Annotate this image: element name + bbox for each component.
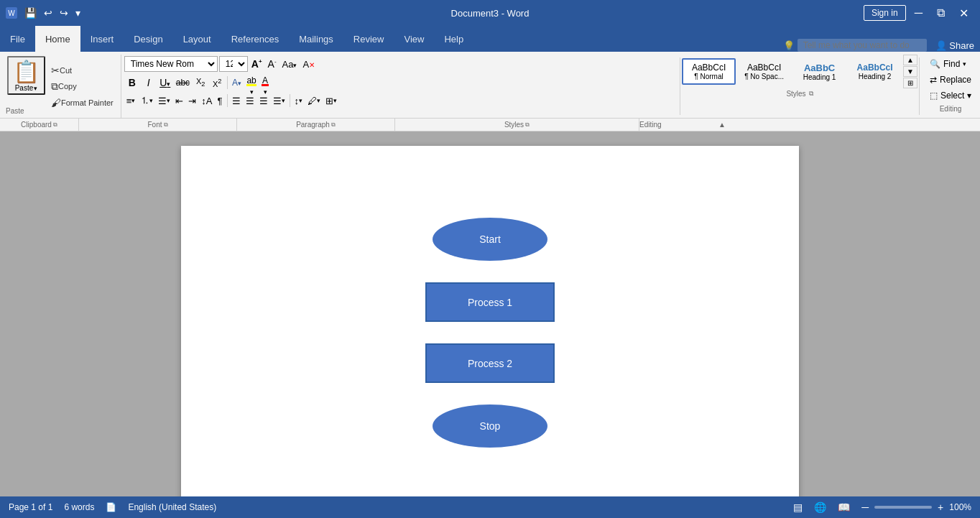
show-formatting-button[interactable]: ¶ [216, 93, 225, 108]
tell-me-input[interactable] [798, 39, 927, 52]
align-left-button[interactable]: ☰ [230, 93, 243, 108]
style-heading1-label: Heading 1 [798, 73, 841, 81]
zoom-slider[interactable] [874, 506, 932, 509]
collapse-ribbon-button[interactable]: ▲ [718, 121, 726, 129]
tab-review[interactable]: Review [343, 26, 394, 52]
font-color-button[interactable]: A▾ [259, 75, 271, 91]
paragraph-group-label: Paragraph ⧉ [237, 119, 395, 131]
document-page[interactable]: Start Process 1 Process 2 Stop [181, 146, 799, 505]
tab-design[interactable]: Design [124, 26, 172, 52]
style-nospace-button[interactable]: AaBbCcI ¶ No Spac... [737, 58, 791, 85]
cut-button[interactable]: ✂ Cut [48, 63, 116, 78]
font-size-select[interactable]: 12 [219, 56, 248, 72]
find-button[interactable]: 🔍 Find ▾ [927, 57, 974, 70]
paragraph-expand-icon[interactable]: ⧉ [331, 121, 336, 129]
quick-access-toolbar: 💾 ↩ ↪ ▾ [22, 6, 83, 20]
search-icon: 🔍 [930, 59, 940, 69]
multilevel-list-button[interactable]: ☰▾ [156, 93, 172, 108]
editing-label: Editing [927, 105, 974, 113]
restore-button[interactable]: ⧉ [931, 4, 951, 22]
shading-button[interactable]: 🖊▾ [305, 93, 323, 108]
customize-quick-access-button[interactable]: ▾ [73, 6, 83, 20]
decrease-indent-button[interactable]: ⇤ [173, 93, 185, 108]
start-label: Start [479, 233, 501, 245]
start-shape[interactable]: Start [433, 218, 547, 261]
sort-button[interactable]: ↕A [199, 93, 214, 108]
change-case-button[interactable]: Aa▾ [280, 56, 300, 72]
undo-button[interactable]: ↩ [41, 6, 55, 20]
process2-shape[interactable]: Process 2 [425, 343, 555, 383]
italic-button[interactable]: I [141, 75, 157, 91]
process1-shape[interactable]: Process 1 [425, 282, 555, 322]
tab-file[interactable]: File [0, 26, 35, 52]
subscript-button[interactable]: X2 [193, 75, 208, 91]
tab-references[interactable]: References [221, 26, 289, 52]
zoom-out-button[interactable]: ─ [859, 500, 872, 514]
stop-label: Stop [480, 420, 501, 432]
minimize-button[interactable]: ─ [909, 4, 928, 22]
title-bar-left: W 💾 ↩ ↪ ▾ [6, 6, 83, 20]
zoom-in-button[interactable]: + [935, 500, 946, 514]
styles-expand-icon2[interactable]: ⧉ [525, 121, 530, 129]
borders-button[interactable]: ⊞▾ [323, 93, 339, 108]
style-normal-label: ¶ Normal [689, 73, 729, 80]
font-expand-icon[interactable]: ⧉ [164, 121, 168, 129]
highlight-color-button[interactable]: ab▾ [244, 75, 259, 91]
sign-in-button[interactable]: Sign in [864, 5, 906, 21]
styles-scroll-down-button[interactable]: ▼ [903, 66, 917, 77]
tab-view[interactable]: View [394, 26, 434, 52]
styles-group: AaBbCcI ¶ Normal AaBbCcI ¶ No Spac... Aa… [682, 55, 917, 118]
clipboard-group-label-row: Paste [3, 107, 121, 115]
share-button[interactable]: 👤 Share [935, 40, 974, 51]
tab-insert[interactable]: Insert [80, 26, 124, 52]
para-separator [227, 94, 228, 107]
lightbulb-icon[interactable]: 💡 [783, 40, 795, 51]
redo-button[interactable]: ↪ [57, 6, 71, 20]
tab-home[interactable]: Home [35, 26, 80, 52]
style-nospace-sample: AaBbCcI [743, 63, 785, 73]
stop-shape[interactable]: Stop [433, 404, 547, 448]
underline-button[interactable]: U▾ [157, 75, 173, 91]
font-name-select[interactable]: Times New Rom [124, 56, 218, 72]
tab-mailings[interactable]: Mailings [289, 26, 343, 52]
print-layout-view-button[interactable]: ▤ [790, 500, 805, 514]
replace-button[interactable]: ⇄ Replace [927, 73, 974, 86]
styles-scroll-up-button[interactable]: ▲ [903, 55, 917, 65]
clear-formatting-button[interactable]: A✕ [300, 56, 317, 72]
increase-indent-button[interactable]: ⇥ [186, 93, 198, 108]
process1-label: Process 1 [468, 297, 512, 308]
font-shrink-button[interactable]: A- [266, 56, 279, 72]
strikethrough-button[interactable]: abc [174, 75, 192, 91]
style-heading1-button[interactable]: AaBbC Heading 1 [792, 58, 846, 85]
bullets-button[interactable]: ≡▾ [124, 93, 138, 108]
select-button[interactable]: ⬚ Select ▾ [927, 89, 974, 102]
web-layout-view-button[interactable]: 🌐 [811, 500, 829, 514]
styles-expand-icon[interactable]: ⧉ [809, 90, 813, 98]
tab-layout[interactable]: Layout [173, 26, 221, 52]
clipboard-group-label: Clipboard ⧉ [0, 119, 79, 131]
line-spacing-button[interactable]: ↕▾ [292, 93, 305, 108]
font-grow-button[interactable]: A+ [249, 56, 264, 72]
numbering-button[interactable]: ⒈▾ [138, 93, 155, 108]
justify-button[interactable]: ☰▾ [271, 93, 287, 108]
close-button[interactable]: ✕ [953, 4, 974, 23]
align-right-button[interactable]: ☰ [257, 93, 270, 108]
styles-label: Styles [786, 90, 805, 98]
superscript-button[interactable]: X2 [209, 75, 225, 91]
copy-button[interactable]: ⧉ Copy [48, 79, 116, 94]
styles-more-button[interactable]: ⊞ [903, 78, 917, 88]
title-bar: W 💾 ↩ ↪ ▾ Document3 - Word Sign in ─ ⧉ ✕ [0, 0, 980, 26]
save-button[interactable]: 💾 [22, 6, 40, 20]
window-controls: Sign in ─ ⧉ ✕ [864, 4, 974, 23]
text-effects-button[interactable]: A▾ [230, 75, 244, 91]
replace-icon: ⇄ [930, 75, 937, 85]
style-normal-button[interactable]: AaBbCcI ¶ Normal [682, 58, 736, 85]
tab-help[interactable]: Help [434, 26, 473, 52]
paste-button[interactable]: 📋 Paste ▾ [7, 56, 45, 95]
bold-button[interactable]: B [124, 75, 140, 91]
clipboard-expand-icon[interactable]: ⧉ [53, 121, 57, 129]
align-center-button[interactable]: ☰ [244, 93, 256, 108]
read-mode-button[interactable]: 📖 [835, 500, 853, 514]
status-right: ▤ 🌐 📖 ─ + 100% [790, 500, 971, 514]
style-heading2-button[interactable]: AaBbCcI Heading 2 [848, 58, 902, 85]
